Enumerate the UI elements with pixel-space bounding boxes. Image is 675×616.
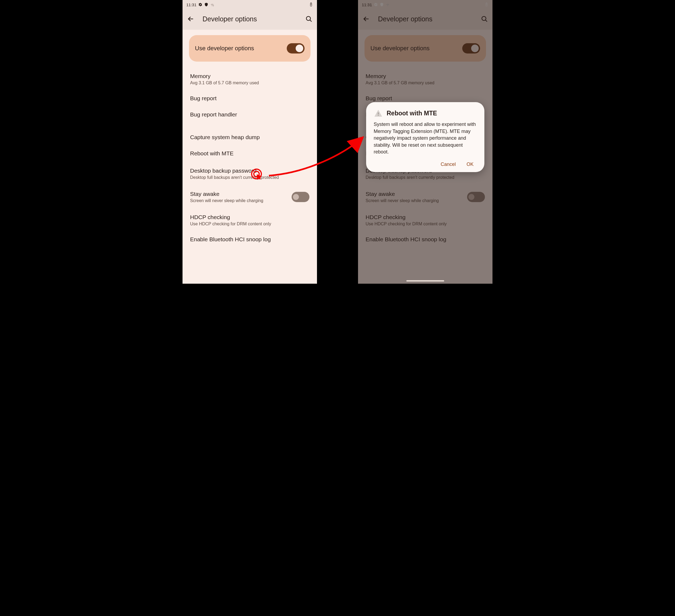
row-bt-snoop[interactable]: Enable Bluetooth HCI snoop log [182,232,317,247]
back-icon[interactable] [362,15,370,23]
home-indicator[interactable] [406,280,444,281]
row-stay-awake: Stay awake Screen will never sleep while… [358,185,493,209]
master-toggle-row: Use developer options [365,35,486,62]
ok-button[interactable]: OK [466,161,473,167]
row-memory[interactable]: Memory Avg 3.1 GB of 5.7 GB memory used [182,69,317,90]
svg-text:?: ? [213,5,214,7]
phone-left: 11:31 ? Developer option [182,0,317,284]
status-bar: 11:31 [358,0,493,8]
svg-rect-2 [311,3,312,3]
cancel-button[interactable]: Cancel [441,161,456,167]
status-bar: 11:31 ? [182,0,317,8]
dialog-reboot-mte: Reboot with MTE System will reboot and a… [366,102,484,172]
status-time: 11:31 [186,2,197,7]
dialog-title: Reboot with MTE [387,110,437,117]
row-hdcp: HDCP checking Use HDCP checking for DRM … [358,209,493,232]
master-toggle-switch[interactable] [287,43,305,54]
svg-rect-8 [378,115,379,116]
stay-awake-switch [467,192,485,202]
row-capture-heap-dump[interactable]: Capture system heap dump [182,130,317,145]
gear-icon [374,2,378,7]
shield-icon [380,2,384,7]
dialog-body: System will reboot and allow to experime… [374,121,477,156]
master-toggle-label: Use developer options [195,45,287,52]
row-bt-snoop: Enable Bluetooth HCI snoop log [358,232,493,247]
search-icon[interactable] [305,15,313,23]
stay-awake-switch[interactable] [292,192,309,202]
gear-icon [198,2,203,7]
app-header: Developer options [182,8,317,30]
master-toggle-row[interactable]: Use developer options [189,35,310,62]
page-title: Developer options [203,15,305,23]
svg-rect-5 [486,3,487,3]
row-reboot-mte[interactable]: Reboot with MTE [182,145,317,162]
row-bug-report[interactable]: Bug report [182,90,317,107]
master-toggle-switch [462,43,480,54]
phone-right: 11:31 Developer options [358,0,493,284]
battery-icon [484,2,489,7]
page-title: Developer options [378,15,480,23]
search-icon[interactable] [480,15,488,23]
wifi-icon: ? [210,2,214,7]
status-time: 11:31 [362,2,372,7]
app-header: Developer options [358,8,493,30]
row-bug-report-handler[interactable]: Bug report handler [182,107,317,122]
settings-list[interactable]: Use developer options Memory Avg 3.1 GB … [182,35,317,247]
battery-icon [309,2,313,7]
shield-icon [204,2,209,7]
row-memory: Memory Avg 3.1 GB of 5.7 GB memory used [358,69,493,90]
master-toggle-label: Use developer options [370,45,462,52]
warning-icon [374,109,383,118]
svg-rect-7 [378,113,379,114]
back-icon[interactable] [187,15,195,23]
row-desktop-backup[interactable]: Desktop backup password Desktop full bac… [182,162,317,185]
wifi-icon [386,2,390,7]
row-stay-awake[interactable]: Stay awake Screen will never sleep while… [182,185,317,209]
row-hdcp[interactable]: HDCP checking Use HDCP checking for DRM … [182,209,317,232]
